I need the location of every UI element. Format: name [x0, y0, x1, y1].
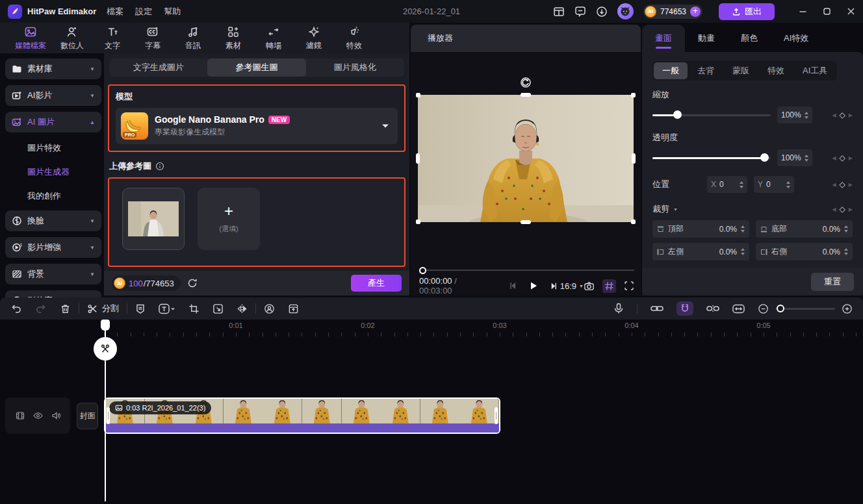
credits-pill[interactable]: AI 774653 +	[643, 5, 702, 19]
scale-keyframe-control[interactable]: ◀◇▶	[832, 110, 853, 120]
minimize-icon[interactable]	[799, 7, 807, 16]
opacity-value-input[interactable]: 100%	[777, 149, 812, 166]
maximize-icon[interactable]	[823, 7, 831, 16]
scale-value-input[interactable]: 100%	[777, 107, 812, 123]
subtab-effects[interactable]: 特效	[759, 62, 793, 79]
delete-icon[interactable]	[60, 303, 71, 314]
timeline[interactable]: 0:01 0:02 0:03 0:04 0:05 封面	[0, 320, 863, 504]
add-credits-icon[interactable]: +	[690, 6, 701, 17]
ribbon-text[interactable]: 文字	[92, 25, 133, 51]
clip-trim-left[interactable]	[107, 407, 110, 424]
sidebar-item-my-creations[interactable]: 我的創作	[5, 186, 101, 205]
resize-handle[interactable]	[416, 93, 420, 97]
tab-color[interactable]: 顏色	[728, 25, 771, 52]
subtab-general[interactable]: 一般	[654, 62, 688, 79]
menu-settings[interactable]: 設定	[135, 6, 152, 18]
tab-ai-effects[interactable]: AI特效	[771, 25, 821, 52]
fullscreen-icon[interactable]	[624, 281, 634, 291]
resize-handle[interactable]	[631, 93, 636, 97]
stepper[interactable]	[741, 225, 745, 233]
undo-icon[interactable]	[10, 303, 22, 314]
layout-icon[interactable]	[553, 6, 565, 18]
download-icon[interactable]	[596, 6, 608, 18]
stepper[interactable]	[805, 112, 808, 119]
sidebar-item-face-swap[interactable]: 換臉▼	[5, 210, 101, 231]
opacity-keyframe-control[interactable]: ◀◇▶	[832, 153, 853, 162]
magnet-snap-icon[interactable]	[676, 301, 693, 316]
player-scrubber[interactable]	[419, 266, 634, 274]
chevron-down-icon[interactable]: ▼	[673, 207, 678, 212]
ribbon-subtitles[interactable]: 字幕	[133, 25, 173, 51]
subtab-mask[interactable]: 蒙版	[724, 62, 758, 79]
ribbon-media-files[interactable]: 媒體檔案	[9, 25, 52, 51]
split-cursor-bubble[interactable]	[94, 337, 117, 360]
refresh-icon[interactable]	[187, 278, 198, 288]
tab-frame[interactable]: 畫面	[642, 25, 685, 52]
stepper[interactable]	[805, 155, 808, 162]
crop-right-input[interactable]: 右側0.0%	[756, 243, 853, 260]
generate-button[interactable]: 產生	[351, 275, 402, 292]
ribbon-audio[interactable]: 音訊	[173, 25, 213, 51]
zoom-in-icon[interactable]	[842, 303, 853, 314]
ribbon-filters[interactable]: 濾鏡	[294, 25, 334, 51]
scale-slider[interactable]	[652, 110, 771, 120]
subtab-remove-bg[interactable]: 去背	[689, 62, 723, 79]
timeline-clip[interactable]: 0:03 R2I_2026_01_22(3)	[104, 397, 500, 434]
crop-keyframe-control[interactable]: ◀◇▶	[832, 205, 853, 214]
sidebar-item-video-enhance[interactable]: 影片增強▼	[5, 237, 101, 258]
export-clip-icon[interactable]	[288, 303, 299, 314]
clip-trim-right[interactable]	[495, 407, 498, 424]
play-icon[interactable]	[528, 281, 539, 291]
split-button[interactable]: 分割	[87, 303, 119, 314]
cover-button[interactable]: 封面	[77, 403, 98, 429]
resize-handle[interactable]	[632, 153, 636, 164]
sidebar-item-ai-image[interactable]: AI 圖片▲	[5, 112, 101, 132]
feedback-icon[interactable]	[574, 6, 586, 18]
resize-handle[interactable]	[631, 220, 636, 224]
next-frame-icon[interactable]	[549, 282, 558, 290]
zoom-slider-knob[interactable]	[777, 305, 784, 312]
reset-button[interactable]: 重置	[811, 273, 854, 291]
timeline-zoom-slider[interactable]	[775, 305, 835, 312]
fit-timeline-icon[interactable]	[732, 304, 745, 314]
resize-handle[interactable]	[521, 93, 531, 97]
user-avatar[interactable]	[617, 3, 634, 19]
menu-help[interactable]: 幫助	[164, 6, 181, 18]
video-preview[interactable]	[418, 95, 634, 222]
tab-text-to-image[interactable]: 文字生成圖片	[109, 58, 207, 77]
crop-left-input[interactable]: 左側0.0%	[652, 243, 749, 260]
tab-animation[interactable]: 動畫	[685, 25, 728, 52]
stepper[interactable]	[741, 248, 745, 255]
crop-top-input[interactable]: 頂部0.0%	[652, 220, 749, 238]
sidebar-item-image-effects[interactable]: 圖片特效	[5, 138, 101, 157]
resize-handle[interactable]	[416, 153, 420, 164]
reference-image-thumb[interactable]	[122, 188, 185, 250]
resize-handle[interactable]	[521, 220, 531, 224]
ribbon-stickers[interactable]: 素材	[213, 25, 253, 51]
unlink-icon[interactable]	[706, 304, 719, 313]
link-icon[interactable]	[650, 304, 663, 313]
ribbon-transitions[interactable]: 轉場	[253, 25, 294, 51]
voiceover-mic-icon[interactable]	[613, 303, 624, 314]
stepper[interactable]	[844, 248, 848, 255]
position-x-input[interactable]: X0	[707, 176, 747, 193]
subtab-ai-tools[interactable]: AI工具	[794, 62, 836, 79]
aspect-ratio-selector[interactable]: 16:9 ▼	[549, 281, 584, 291]
close-icon[interactable]	[847, 7, 855, 16]
playhead-handle[interactable]	[101, 320, 110, 331]
zoom-out-icon[interactable]	[758, 303, 769, 314]
ribbon-effects[interactable]: 特效	[334, 25, 374, 51]
scale-tool-icon[interactable]	[213, 303, 224, 314]
marker-icon[interactable]	[135, 303, 146, 314]
position-y-input[interactable]: Y0	[754, 176, 794, 193]
redo-icon[interactable]	[35, 303, 47, 314]
snapshot-icon[interactable]	[584, 281, 595, 292]
sidebar-item-ai-video[interactable]: AI影片▼	[5, 85, 101, 106]
prev-frame-icon[interactable]	[509, 281, 518, 290]
export-button[interactable]: 匯出	[719, 3, 775, 20]
face-track-icon[interactable]	[264, 303, 275, 314]
menu-file[interactable]: 檔案	[107, 6, 123, 18]
tab-image-stylize[interactable]: 圖片風格化	[306, 58, 404, 77]
track-mute-icon[interactable]	[51, 411, 60, 420]
add-reference-image-button[interactable]: + (選填)	[198, 188, 260, 250]
